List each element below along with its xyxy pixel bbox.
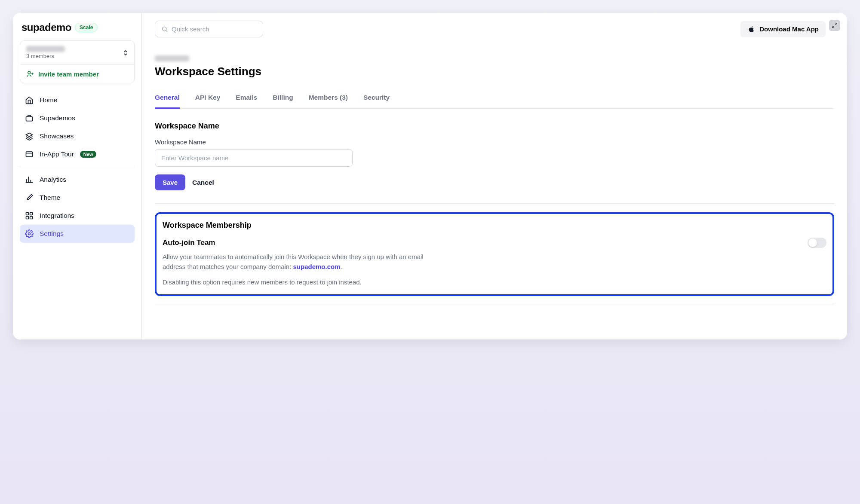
divider xyxy=(20,167,135,167)
stack-icon xyxy=(25,132,34,141)
sidebar: supademo Scale 3 members Invite team mem… xyxy=(13,13,142,339)
user-plus-icon xyxy=(26,70,34,78)
page-subtitle xyxy=(155,55,189,61)
gear-icon xyxy=(25,229,34,238)
search-icon xyxy=(161,26,168,33)
brand-logo: supademo Scale xyxy=(20,21,135,34)
apple-icon xyxy=(747,25,755,33)
sidebar-item-home[interactable]: Home xyxy=(20,91,135,109)
tabs: General API Key Emails Billing Members (… xyxy=(155,90,834,109)
sidebar-item-supademos[interactable]: Supademos xyxy=(20,109,135,127)
workspace-membership-section: Workspace Membership Auto-join Team Allo… xyxy=(155,212,834,296)
briefcase-icon xyxy=(25,114,34,122)
download-mac-app-button[interactable]: Download Mac App xyxy=(740,21,826,37)
sidebar-item-inapp-tour[interactable]: In-App Tour New xyxy=(20,145,135,163)
sidebar-item-label: Settings xyxy=(40,230,64,238)
sidebar-item-label: Analytics xyxy=(40,176,66,183)
sidebar-item-settings[interactable]: Settings xyxy=(20,225,135,243)
membership-title: Workspace Membership xyxy=(163,221,826,230)
brand-name: supademo xyxy=(22,21,71,34)
page-title: Workspace Settings xyxy=(155,65,834,78)
tab-emails[interactable]: Emails xyxy=(236,90,257,109)
plan-badge: Scale xyxy=(75,23,98,32)
window-icon xyxy=(25,150,34,159)
download-label: Download Mac App xyxy=(759,25,819,33)
tab-api-key[interactable]: API Key xyxy=(195,90,221,109)
tab-security[interactable]: Security xyxy=(363,90,390,109)
sidebar-item-label: In-App Tour xyxy=(40,150,74,158)
new-badge: New xyxy=(80,151,97,158)
sidebar-item-label: Showcases xyxy=(40,132,74,140)
autojoin-description-2: Disabling this option requires new membe… xyxy=(163,278,438,287)
svg-point-0 xyxy=(28,71,31,74)
sidebar-item-label: Home xyxy=(40,96,57,104)
cancel-button[interactable]: Cancel xyxy=(192,179,214,186)
svg-rect-4 xyxy=(30,213,33,215)
sidebar-item-label: Supademos xyxy=(40,114,75,122)
sidebar-item-analytics[interactable]: Analytics xyxy=(20,171,135,189)
svg-rect-3 xyxy=(26,213,29,215)
brush-icon xyxy=(25,193,34,202)
search-input[interactable]: Quick search xyxy=(155,21,263,37)
svg-rect-1 xyxy=(26,117,33,121)
sidebar-item-label: Integrations xyxy=(40,212,74,220)
svg-rect-5 xyxy=(26,217,29,219)
autojoin-toggle[interactable] xyxy=(808,238,826,248)
autojoin-description: Allow your teammates to automatically jo… xyxy=(163,252,438,272)
expand-button[interactable] xyxy=(829,20,840,31)
bar-chart-icon xyxy=(25,175,34,184)
divider xyxy=(155,305,834,305)
invite-label: Invite team member xyxy=(38,70,99,78)
sidebar-item-showcases[interactable]: Showcases xyxy=(20,127,135,145)
save-button[interactable]: Save xyxy=(155,174,185,190)
search-placeholder: Quick search xyxy=(172,25,209,33)
workspace-name-input[interactable] xyxy=(155,149,353,167)
toggle-knob xyxy=(808,238,817,247)
sidebar-item-integrations[interactable]: Integrations xyxy=(20,207,135,225)
tab-members[interactable]: Members (3) xyxy=(309,90,348,109)
grid-icon xyxy=(25,211,34,220)
main-content: Quick search Download Mac App Workspace … xyxy=(142,13,847,339)
home-icon xyxy=(25,96,34,104)
chevron-updown-icon xyxy=(123,49,128,56)
sidebar-item-theme[interactable]: Theme xyxy=(20,189,135,207)
workspace-switcher-button[interactable]: 3 members xyxy=(20,41,134,64)
svg-rect-2 xyxy=(26,152,33,157)
workspace-name-section-title: Workspace Name xyxy=(155,122,834,131)
svg-point-8 xyxy=(163,27,166,31)
workspace-switcher: 3 members Invite team member xyxy=(20,40,135,83)
tab-general[interactable]: General xyxy=(155,90,180,109)
svg-point-7 xyxy=(28,233,31,235)
sidebar-item-label: Theme xyxy=(40,194,60,202)
workspace-name xyxy=(26,46,65,52)
tab-billing[interactable]: Billing xyxy=(273,90,293,109)
divider xyxy=(155,203,834,204)
autojoin-title: Auto-join Team xyxy=(163,238,215,247)
invite-team-member[interactable]: Invite team member xyxy=(20,64,134,83)
workspace-members-count: 3 members xyxy=(26,53,65,59)
workspace-name-label: Workspace Name xyxy=(155,138,834,146)
company-domain-link[interactable]: supademo.com xyxy=(293,263,341,270)
svg-rect-6 xyxy=(30,217,33,219)
